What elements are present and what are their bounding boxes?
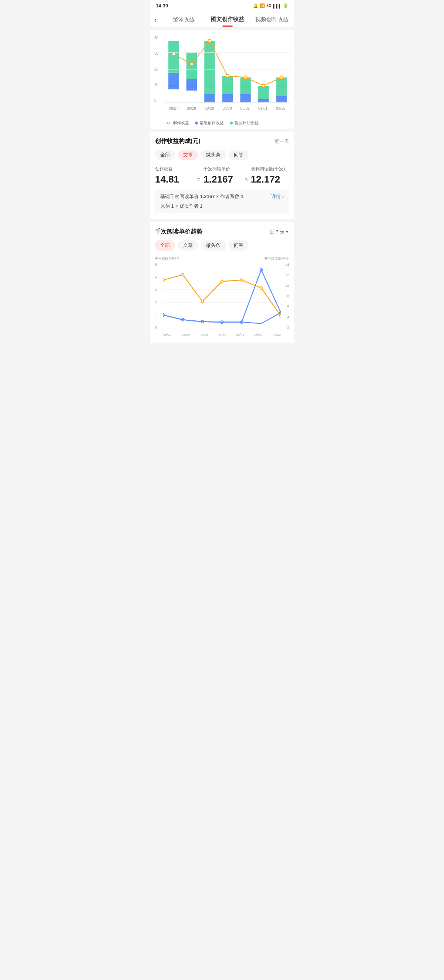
- legend-blue-label: 基础创作收益: [200, 120, 224, 126]
- svg-rect-7: [222, 76, 233, 94]
- legend-blue-item: 基础创作收益: [195, 120, 224, 126]
- svg-point-20: [280, 76, 283, 79]
- value-read-volume: 12.172: [251, 174, 289, 185]
- legend-blue-dot: [195, 122, 198, 124]
- times-sign: ×: [243, 175, 249, 183]
- trend-chart-container: 5 4 3 2 1 0 14 12 10 8 6 4 2: [155, 263, 289, 337]
- trend-filter-toutiao[interactable]: 微头条: [201, 240, 226, 251]
- svg-point-18: [244, 76, 247, 79]
- x-label-0827: 08/27: [169, 107, 178, 110]
- x-label-0831: 08/31: [241, 107, 250, 110]
- earnings-section: 创作收益构成(元) 近一天 全部 文章 微头条 问答 创作收益 千次阅读单价 获…: [150, 132, 294, 219]
- alarm-icon: 🔔: [253, 3, 258, 8]
- svg-rect-10: [258, 99, 268, 102]
- trend-y-left: 5 4 3 2 1 0: [155, 263, 163, 329]
- y-label-30: 30: [154, 51, 165, 56]
- time: 14:39: [156, 3, 168, 8]
- detail-box-1: 基础千次阅读单价 1.2167 × 作者系数 1 详情 › 原创 1 × 优质作…: [155, 189, 289, 213]
- equals-sign: =: [195, 175, 202, 183]
- trend-header: 千次阅读单价趋势 近 7 天 ▼: [155, 228, 289, 236]
- svg-rect-13: [276, 78, 287, 96]
- trend-title: 千次阅读单价趋势: [155, 228, 203, 236]
- label-read-volume: 获利阅读量(千次): [251, 166, 289, 172]
- metrics-values: 14.81 = 1.2167 × 12.172: [155, 174, 289, 185]
- earnings-period: 近一天: [275, 138, 289, 145]
- svg-point-29: [163, 278, 164, 281]
- x-label-0828: 08/28: [187, 107, 196, 110]
- x-label-0830: 08/30: [222, 107, 232, 110]
- legend-line-item: 创作收益: [165, 120, 189, 126]
- trend-filter-all[interactable]: 全部: [155, 240, 175, 251]
- label-unit-price: 千次阅读单价: [203, 166, 241, 172]
- x-label-0829: 08/29: [204, 107, 214, 110]
- trend-svg: [163, 263, 281, 329]
- x-label-0902: 09/02: [276, 107, 285, 110]
- earnings-header: 创作收益构成(元) 近一天: [155, 137, 289, 145]
- y-label-20: 20: [154, 67, 165, 71]
- 5g-label: 5G: [267, 4, 271, 8]
- x-labels: 08/27 08/28 08/29 08/30 08/31 09/01 09/0…: [165, 107, 290, 110]
- trend-period-selector[interactable]: 近 7 天 ▼: [270, 229, 289, 235]
- svg-point-15: [190, 63, 193, 66]
- svg-rect-12: [276, 96, 287, 102]
- svg-point-17: [226, 74, 229, 77]
- nav-tabs: ‹ 整体收益 图文创作收益 视频创作收益: [150, 10, 294, 27]
- bars-area: [165, 36, 290, 102]
- y-axis: 40 30 20 10 0: [154, 36, 165, 102]
- detail-link[interactable]: 详情 ›: [271, 193, 284, 200]
- trend-section: 千次阅读单价趋势 近 7 天 ▼ 全部 文章 微头条 问答 千次阅读单价/元 获…: [150, 222, 294, 342]
- right-axis-title: 获利阅读量/千次: [265, 256, 289, 261]
- y-label-0: 0: [154, 98, 165, 102]
- svg-point-14: [172, 53, 175, 56]
- chart-legend: 创作收益 基础创作收益 首发补贴收益: [154, 120, 290, 126]
- x-label-0901: 09/01: [258, 107, 268, 110]
- bar-chart-section: 40 30 20 10 0: [150, 30, 294, 129]
- earnings-filters: 全部 文章 微头条 问答: [155, 150, 289, 160]
- svg-rect-0: [168, 73, 179, 89]
- svg-rect-6: [222, 94, 233, 103]
- legend-cyan-dot: [230, 122, 233, 124]
- axis-titles: 千次阅读单价/元 获利阅读量/千次: [155, 256, 289, 263]
- legend-cyan-label: 首发补贴收益: [234, 120, 259, 126]
- tab-overall[interactable]: 整体收益: [161, 13, 206, 27]
- filter-qa[interactable]: 问答: [228, 150, 249, 160]
- svg-point-32: [221, 280, 224, 283]
- trend-filters: 全部 文章 微头条 问答: [155, 240, 289, 251]
- trend-svg-area: [163, 263, 281, 329]
- back-button[interactable]: ‹: [150, 16, 161, 24]
- y-label-40: 40: [154, 36, 165, 40]
- y-label-10: 10: [154, 83, 165, 87]
- value-earnings: 14.81: [155, 174, 193, 185]
- svg-rect-8: [240, 94, 251, 103]
- dropdown-icon: ▼: [285, 230, 289, 234]
- status-icons: 🔔 📶 5G ▌▌▌ 🔋: [253, 3, 288, 8]
- tab-article[interactable]: 图文创作收益: [205, 13, 250, 27]
- detail-text-2: 原创 1 × 优质作者 1: [160, 203, 284, 210]
- blue-trend-line-corrected: [163, 270, 281, 322]
- svg-point-31: [201, 300, 204, 303]
- filter-toutiao[interactable]: 微头条: [201, 150, 226, 160]
- trend-filter-qa[interactable]: 问答: [228, 240, 249, 251]
- wifi-icon: 📶: [260, 3, 265, 8]
- svg-rect-11: [258, 86, 268, 99]
- trend-y-right: 14 12 10 8 6 4 2: [281, 263, 289, 329]
- svg-point-16: [208, 40, 211, 43]
- detail-text-1: 基础千次阅读单价 1.2167 × 作者系数 1: [160, 193, 243, 200]
- signal-icon: ▌▌▌: [273, 4, 281, 8]
- trend-period-label: 近 7 天: [270, 229, 284, 235]
- svg-point-22: [167, 122, 169, 124]
- trend-filter-article[interactable]: 文章: [178, 240, 198, 251]
- left-axis-title: 千次阅读单价/元: [155, 256, 179, 261]
- svg-rect-2: [187, 79, 197, 91]
- trend-x-labels: 08/27 08/28 08/29 08/30 08/31 09/01 09/0…: [163, 333, 281, 337]
- svg-point-33: [240, 278, 243, 281]
- tab-video[interactable]: 视频创作收益: [250, 13, 294, 27]
- status-bar: 14:39 🔔 📶 5G ▌▌▌ 🔋: [150, 0, 294, 10]
- battery-icon: 🔋: [283, 3, 288, 8]
- legend-line-label: 创作收益: [173, 120, 189, 126]
- svg-rect-4: [204, 94, 215, 103]
- filter-article[interactable]: 文章: [178, 150, 198, 160]
- svg-point-35: [280, 315, 281, 317]
- filter-all[interactable]: 全部: [155, 150, 175, 160]
- svg-rect-1: [168, 41, 179, 73]
